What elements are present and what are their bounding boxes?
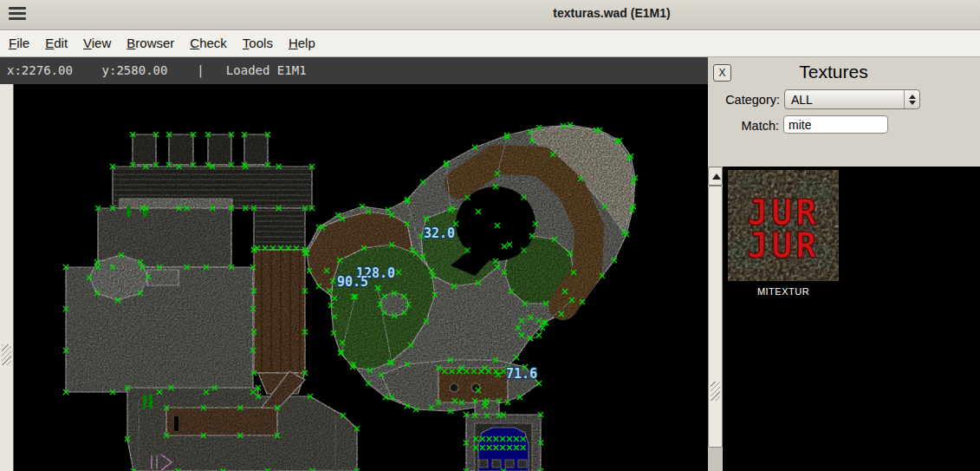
map-label: 90.5 (337, 274, 368, 290)
menu-file[interactable]: File (1, 31, 37, 56)
status-text: x:2276.00 y:2580.00 | Loaded E1M1 (0, 57, 708, 84)
status-bar: x:2276.00 y:2580.00 | Loaded E1M1 (0, 57, 708, 84)
menu-help[interactable]: Help (281, 31, 323, 56)
panel-title: Textures (708, 62, 959, 82)
menu-view[interactable]: View (75, 31, 119, 56)
menu-browser[interactable]: Browser (119, 31, 182, 56)
map-vertical-scrollbar[interactable] (0, 84, 14, 471)
scrollbar-thumb[interactable] (708, 186, 723, 448)
choice-arrows-icon (904, 90, 919, 108)
up-arrow-icon (712, 173, 721, 180)
category-value: ALL (791, 91, 813, 108)
texture-list[interactable]: JUR JUR MITEXTUR (723, 167, 980, 471)
match-input[interactable] (783, 115, 888, 134)
menu-edit[interactable]: Edit (37, 31, 75, 56)
scrollbar-grip[interactable] (2, 344, 11, 365)
scrollbar-grip (711, 382, 720, 401)
map-area: 32.0128.090.571.6 (0, 84, 708, 471)
map-canvas[interactable]: 32.0128.090.571.6 (14, 84, 708, 471)
menu-tools[interactable]: Tools (235, 31, 281, 56)
menu-check[interactable]: Check (182, 31, 235, 56)
match-label: Match: (708, 119, 779, 133)
scrollbar-track[interactable] (708, 448, 723, 471)
texture-overlay-text-2: JUR (747, 226, 820, 265)
map-label: 32.0 (424, 226, 455, 241)
texture-tile[interactable]: JUR JUR (728, 170, 839, 281)
texture-browser-panel: X Textures Category: ALL Match: (708, 57, 980, 471)
category-label: Category: (708, 93, 780, 107)
map-label: 71.6 (506, 366, 537, 382)
window-title: texturas.wad (E1M1) (553, 6, 670, 20)
hamburger-menu-icon[interactable] (9, 7, 26, 22)
scroll-up-button[interactable] (708, 167, 723, 186)
title-bar: texturas.wad (E1M1) (0, 0, 980, 30)
texture-name: MITEXTUR (728, 286, 839, 297)
application-window: texturas.wad (E1M1) FileEditViewBrowserC… (0, 0, 980, 471)
menu-bar: FileEditViewBrowserCheckToolsHelp (0, 30, 980, 57)
browser-scrollbar[interactable] (708, 167, 723, 471)
category-select[interactable]: ALL (784, 89, 920, 109)
